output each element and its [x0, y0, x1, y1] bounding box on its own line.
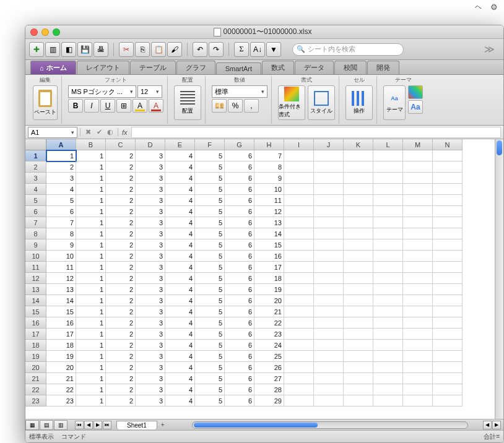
cell-F16[interactable]: 5: [195, 317, 225, 329]
cell-A11[interactable]: 11: [46, 262, 76, 273]
cell-K21[interactable]: [344, 373, 373, 384]
cell-K23[interactable]: [344, 395, 373, 406]
row-header-10[interactable]: 10: [25, 251, 46, 262]
scroll-thumb[interactable]: [497, 140, 502, 155]
cell-N4[interactable]: [433, 184, 463, 195]
bold-button[interactable]: B: [68, 99, 83, 113]
cell-K13[interactable]: [344, 284, 373, 295]
cell-G6[interactable]: 6: [225, 206, 254, 217]
cell-K6[interactable]: [344, 206, 373, 217]
zoom-window-button[interactable]: [53, 28, 60, 36]
column-header-L[interactable]: L: [373, 139, 403, 150]
cell-I13[interactable]: [284, 284, 314, 295]
cell-G4[interactable]: 6: [225, 184, 254, 195]
horizontal-scrollbar[interactable]: [192, 421, 468, 429]
cell-B20[interactable]: 1: [76, 362, 106, 373]
new-button[interactable]: ✚: [29, 42, 44, 57]
cell-L11[interactable]: [373, 262, 403, 273]
cell-L3[interactable]: [373, 173, 403, 184]
cell-K11[interactable]: [344, 262, 373, 273]
cell-H10[interactable]: 16: [254, 251, 284, 262]
search-box[interactable]: 🔍 シート内を検索: [292, 43, 404, 56]
cell-I11[interactable]: [284, 262, 314, 273]
cell-F3[interactable]: 5: [195, 173, 225, 184]
cell-D23[interactable]: 3: [136, 395, 165, 406]
cell-A16[interactable]: 16: [46, 317, 76, 329]
cell-J20[interactable]: [314, 362, 344, 373]
cell-L4[interactable]: [373, 184, 403, 195]
save-button[interactable]: 💾: [77, 42, 92, 57]
cell-H6[interactable]: 12: [254, 206, 284, 217]
cell-M8[interactable]: [403, 228, 433, 239]
cell-N3[interactable]: [433, 173, 463, 184]
cell-A6[interactable]: 6: [46, 206, 76, 217]
cell-G15[interactable]: 6: [225, 306, 254, 317]
cell-I16[interactable]: [284, 317, 314, 329]
cell-K3[interactable]: [344, 173, 373, 184]
column-header-F[interactable]: F: [195, 139, 225, 150]
print-button[interactable]: 🖶: [93, 42, 108, 57]
cell-B23[interactable]: 1: [76, 395, 106, 406]
tab-formula[interactable]: 数式: [262, 61, 294, 74]
cell-J2[interactable]: [314, 161, 344, 173]
column-header-H[interactable]: H: [254, 139, 284, 150]
cell-M5[interactable]: [403, 195, 433, 206]
cell-A8[interactable]: 8: [46, 228, 76, 239]
cell-F15[interactable]: 5: [195, 306, 225, 317]
cell-A13[interactable]: 13: [46, 284, 76, 295]
close-window-button[interactable]: [30, 28, 38, 36]
cell-D16[interactable]: 3: [136, 317, 165, 329]
cell-D8[interactable]: 3: [136, 228, 165, 239]
cell-I1[interactable]: [284, 150, 314, 161]
cell-L10[interactable]: [373, 251, 403, 262]
cell-A15[interactable]: 15: [46, 306, 76, 317]
cell-H20[interactable]: 26: [254, 362, 284, 373]
redo-button[interactable]: ↷: [209, 42, 224, 57]
row-header-3[interactable]: 3: [25, 173, 46, 184]
cell-ops-button[interactable]: 操作: [345, 85, 373, 120]
cell-M1[interactable]: [403, 150, 433, 161]
cell-L6[interactable]: [373, 206, 403, 217]
cell-G7[interactable]: 6: [225, 217, 254, 228]
cell-I17[interactable]: [284, 329, 314, 340]
tab-chart[interactable]: グラフ: [176, 61, 215, 74]
cell-F18[interactable]: 5: [195, 340, 225, 351]
cell-H17[interactable]: 23: [254, 329, 284, 340]
cell-A20[interactable]: 20: [46, 362, 76, 373]
cell-N15[interactable]: [433, 306, 463, 317]
cell-I23[interactable]: [284, 395, 314, 406]
row-header-9[interactable]: 9: [25, 239, 46, 251]
cell-E22[interactable]: 4: [165, 384, 195, 395]
cell-L13[interactable]: [373, 284, 403, 295]
cell-K22[interactable]: [344, 384, 373, 395]
cell-L15[interactable]: [373, 306, 403, 317]
cell-D18[interactable]: 3: [136, 340, 165, 351]
cell-K1[interactable]: [344, 150, 373, 161]
cell-E1[interactable]: 4: [165, 150, 195, 161]
row-header-8[interactable]: 8: [25, 228, 46, 239]
cell-H7[interactable]: 13: [254, 217, 284, 228]
column-header-N[interactable]: N: [433, 139, 463, 150]
underline-button[interactable]: U: [100, 99, 115, 113]
vertical-scrollbar[interactable]: [495, 139, 503, 419]
cell-A14[interactable]: 14: [46, 295, 76, 306]
cell-M7[interactable]: [403, 217, 433, 228]
cell-K19[interactable]: [344, 351, 373, 362]
cell-J1[interactable]: [314, 150, 344, 161]
cell-H21[interactable]: 27: [254, 373, 284, 384]
cell-F1[interactable]: 5: [195, 150, 225, 161]
cell-K18[interactable]: [344, 340, 373, 351]
cell-F7[interactable]: 5: [195, 217, 225, 228]
cell-G21[interactable]: 6: [225, 373, 254, 384]
cell-A22[interactable]: 22: [46, 384, 76, 395]
cell-B19[interactable]: 1: [76, 351, 106, 362]
cell-A4[interactable]: 4: [46, 184, 76, 195]
cell-I12[interactable]: [284, 273, 314, 284]
theme-colors-button[interactable]: [408, 85, 423, 99]
cell-K17[interactable]: [344, 329, 373, 340]
cell-D6[interactable]: 3: [136, 206, 165, 217]
open-button[interactable]: ▥: [45, 42, 60, 57]
cell-E17[interactable]: 4: [165, 329, 195, 340]
cell-E13[interactable]: 4: [165, 284, 195, 295]
cell-D1[interactable]: 3: [136, 150, 165, 161]
